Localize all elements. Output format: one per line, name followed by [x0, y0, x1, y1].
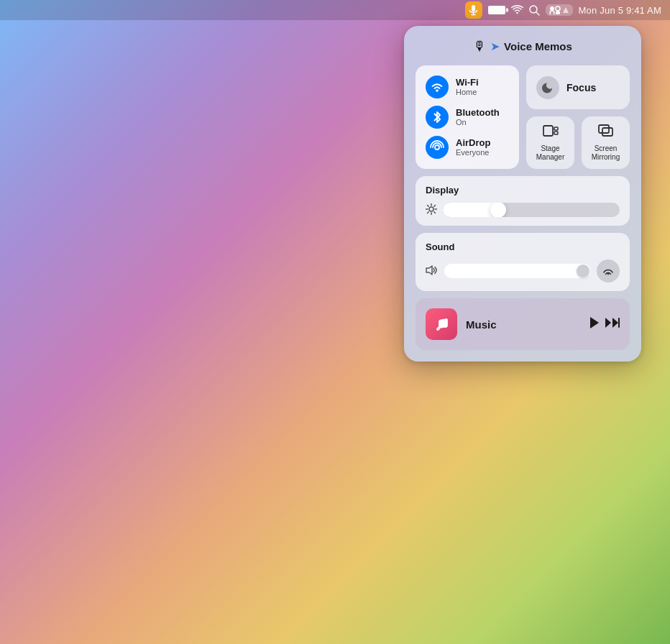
cc-header-title: Voice Memos: [504, 40, 572, 52]
cc-header: 🎙 ➤ Voice Memos: [416, 39, 630, 54]
screen-mirroring-widget[interactable]: Screen Mirroring: [582, 116, 630, 169]
svg-rect-0: [472, 5, 475, 12]
display-section-title: Display: [426, 185, 620, 196]
svg-rect-14: [599, 125, 609, 133]
control-center-panel: 🎙 ➤ Voice Memos Wi-Fi Home: [404, 26, 641, 362]
display-section: Display: [416, 176, 630, 226]
stage-manager-icon: [543, 124, 559, 142]
brightness-slider[interactable]: [443, 203, 620, 217]
battery-icon: [488, 6, 505, 14]
volume-slider-row: [426, 259, 620, 282]
bluetooth-item[interactable]: Bluetooth On: [426, 106, 509, 129]
sound-section: Sound: [416, 233, 630, 291]
music-controls: [589, 317, 620, 331]
airdrop-icon-circle: [426, 136, 449, 159]
svg-point-10: [435, 145, 439, 150]
svg-line-4: [536, 12, 539, 15]
network-widget[interactable]: Wi-Fi Home Bluetooth On: [416, 65, 519, 169]
bluetooth-icon-circle: [426, 106, 449, 129]
svg-point-9: [436, 89, 439, 92]
cc-top-grid: Wi-Fi Home Bluetooth On: [416, 65, 630, 169]
svg-marker-29: [612, 318, 618, 328]
airplay-button[interactable]: [597, 259, 620, 282]
svg-marker-27: [590, 317, 599, 328]
wifi-menubar-icon: [511, 5, 523, 15]
cc-small-widgets: Stage Manager Screen Mirroring: [526, 116, 630, 169]
focus-label: Focus: [566, 82, 596, 93]
focus-moon-icon: [536, 76, 559, 99]
control-center-button[interactable]: [546, 4, 573, 16]
airdrop-text: AirDrop Everyone: [456, 137, 490, 158]
svg-rect-11: [543, 126, 553, 136]
svg-rect-12: [554, 127, 558, 130]
svg-marker-26: [607, 272, 610, 275]
svg-marker-28: [605, 318, 611, 328]
stage-manager-widget[interactable]: Stage Manager: [526, 116, 574, 169]
svg-marker-25: [426, 266, 432, 275]
svg-point-16: [429, 207, 433, 211]
svg-point-7: [550, 11, 554, 14]
svg-point-8: [556, 11, 560, 14]
screen-mirroring-label: Screen Mirroring: [592, 144, 620, 162]
voice-memos-icon: 🎙: [473, 39, 486, 54]
wifi-text: Wi-Fi Home: [456, 77, 479, 98]
sound-section-title: Sound: [426, 242, 620, 252]
brightness-slider-row: [426, 203, 620, 217]
bluetooth-text: Bluetooth On: [456, 107, 500, 128]
volume-thumb[interactable]: [577, 264, 589, 277]
cc-right-column: Focus Stage Manager: [526, 65, 630, 169]
svg-line-23: [434, 205, 436, 206]
bluetooth-sub: On: [456, 118, 500, 127]
menubar: Mon Jun 5 9:41 AM: [0, 0, 670, 20]
svg-point-6: [556, 6, 560, 11]
music-app-title: Music: [466, 318, 581, 331]
music-section[interactable]: Music: [416, 298, 630, 350]
svg-rect-13: [554, 132, 558, 134]
svg-line-22: [434, 211, 436, 213]
svg-line-24: [428, 211, 429, 213]
svg-point-5: [550, 6, 554, 11]
brightness-icon: [426, 203, 437, 217]
svg-rect-30: [618, 318, 620, 328]
svg-rect-15: [602, 128, 612, 136]
wifi-icon-circle: [426, 75, 449, 98]
svg-line-21: [428, 205, 429, 206]
wifi-item[interactable]: Wi-Fi Home: [426, 75, 509, 98]
music-fast-forward-button[interactable]: [605, 318, 620, 331]
airdrop-item[interactable]: AirDrop Everyone: [426, 136, 509, 159]
music-app-icon: [426, 308, 457, 340]
wifi-name: Wi-Fi: [456, 77, 479, 88]
focus-widget[interactable]: Focus: [526, 65, 630, 109]
navigation-icon: ➤: [490, 40, 500, 53]
volume-slider[interactable]: [444, 264, 591, 278]
screen-mirroring-icon: [598, 124, 614, 142]
airdrop-sub: Everyone: [456, 148, 490, 157]
stage-manager-label: Stage Manager: [536, 144, 564, 162]
menubar-datetime: Mon Jun 5 9:41 AM: [579, 5, 661, 16]
search-menubar-icon[interactable]: [529, 5, 540, 16]
mic-menubar-button[interactable]: [465, 1, 482, 19]
wifi-sub: Home: [456, 88, 479, 97]
airdrop-name: AirDrop: [456, 137, 490, 149]
music-play-button[interactable]: [589, 317, 600, 331]
bluetooth-name: Bluetooth: [456, 107, 500, 119]
brightness-thumb[interactable]: [490, 203, 506, 217]
volume-icon: [426, 265, 439, 277]
